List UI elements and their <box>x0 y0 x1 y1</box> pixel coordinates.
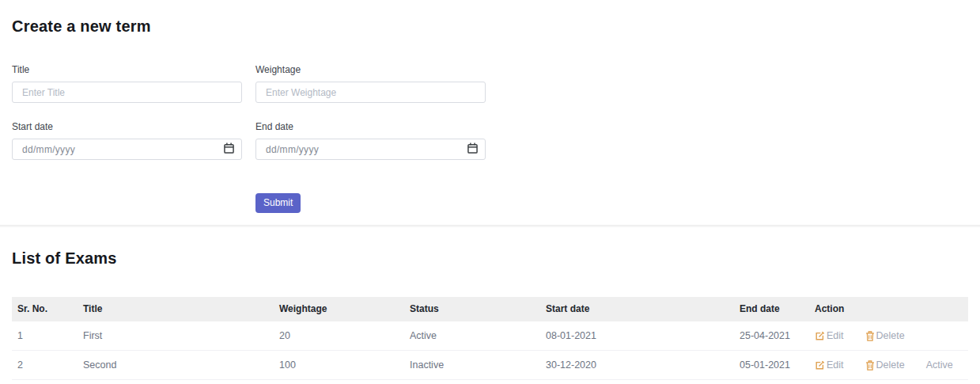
start-date-field-group: Start date dd/mm/yyyy <box>12 121 242 160</box>
cell-weightage: 100 <box>274 351 404 380</box>
cell-sr-no: 2 <box>12 351 78 380</box>
cell-actions: Edit Delete Active <box>809 380 968 384</box>
calendar-icon[interactable] <box>467 143 478 157</box>
header-title: Title <box>78 297 274 321</box>
header-end-date: End date <box>734 297 809 321</box>
activate-label: Active <box>926 359 953 371</box>
cell-end-date: 25-04-2021 <box>734 321 809 351</box>
activate-link[interactable]: Active <box>926 359 953 371</box>
end-date-placeholder: dd/mm/yyyy <box>266 144 319 155</box>
cell-status: Inactive <box>404 380 540 384</box>
title-input[interactable] <box>12 82 242 103</box>
cell-weightage: 20 <box>274 321 404 351</box>
cell-title: Second <box>78 351 274 380</box>
cell-title: First <box>78 321 274 351</box>
cell-sr-no: 1 <box>12 321 78 351</box>
cell-end-date: 12-06-2021 <box>734 380 809 384</box>
edit-icon <box>815 331 825 341</box>
exam-table: Sr. No. Title Weightage Status Start dat… <box>12 297 968 384</box>
title-label: Title <box>12 64 242 75</box>
cell-title: 3rd <box>78 380 274 384</box>
trash-icon <box>865 331 875 341</box>
create-term-section: Create a new term Title Weightage Start … <box>0 0 980 213</box>
delete-label: Delete <box>876 330 905 341</box>
cell-status: Inactive <box>404 351 540 380</box>
cell-end-date: 05-01-2021 <box>734 351 809 380</box>
header-sr-no: Sr. No. <box>12 297 78 321</box>
exam-list-section: List of Exams Sr. No. Title Weightage St… <box>0 227 980 384</box>
header-start-date: Start date <box>540 297 734 321</box>
table-row: 3 3rd 15 Inactive 11-06-2021 12-06-2021 … <box>12 380 968 384</box>
end-date-input[interactable]: dd/mm/yyyy <box>255 139 486 160</box>
edit-label: Edit <box>827 359 844 371</box>
edit-icon <box>815 360 825 371</box>
end-date-field-group: End date dd/mm/yyyy <box>255 121 486 160</box>
trash-icon <box>865 360 875 371</box>
weightage-field-group: Weightage <box>255 64 486 103</box>
weightage-input[interactable] <box>255 82 486 103</box>
cell-start-date: 30-12-2020 <box>540 351 734 380</box>
weightage-label: Weightage <box>255 64 486 75</box>
list-title: List of Exams <box>12 249 968 268</box>
edit-link[interactable]: Edit <box>815 330 844 341</box>
cell-sr-no: 3 <box>12 380 78 384</box>
delete-label: Delete <box>876 359 905 371</box>
delete-link[interactable]: Delete <box>865 359 905 371</box>
table-row: 2 Second 100 Inactive 30-12-2020 05-01-2… <box>12 351 968 380</box>
title-field-group: Title <box>12 64 242 103</box>
submit-button[interactable]: Submit <box>255 193 301 213</box>
cell-actions: Edit Delete Active <box>809 351 968 380</box>
submit-row: Submit <box>255 177 486 213</box>
start-date-input[interactable]: dd/mm/yyyy <box>12 139 242 160</box>
header-weightage: Weightage <box>274 297 404 321</box>
end-date-label: End date <box>255 121 486 132</box>
edit-label: Edit <box>827 330 844 341</box>
submit-spacer <box>12 178 242 213</box>
page-title: Create a new term <box>12 17 968 36</box>
create-term-form: Title Weightage Start date dd/mm/yyyy <box>12 64 968 213</box>
cell-status: Active <box>404 321 540 351</box>
exam-table-body: 1 First 20 Active 08-01-2021 25-04-2021 … <box>12 321 968 384</box>
table-row: 1 First 20 Active 08-01-2021 25-04-2021 … <box>12 321 968 351</box>
cell-start-date: 11-06-2021 <box>540 380 734 384</box>
delete-link[interactable]: Delete <box>865 330 905 341</box>
calendar-icon[interactable] <box>224 143 234 157</box>
cell-actions: Edit Delete Active <box>809 321 968 351</box>
edit-link[interactable]: Edit <box>815 359 844 371</box>
start-date-placeholder: dd/mm/yyyy <box>22 144 75 155</box>
header-action: Action <box>809 297 968 321</box>
cell-weightage: 15 <box>274 380 404 384</box>
start-date-label: Start date <box>12 121 242 132</box>
header-status: Status <box>404 297 540 321</box>
cell-start-date: 08-01-2021 <box>540 321 734 351</box>
exam-table-header: Sr. No. Title Weightage Status Start dat… <box>12 297 968 321</box>
